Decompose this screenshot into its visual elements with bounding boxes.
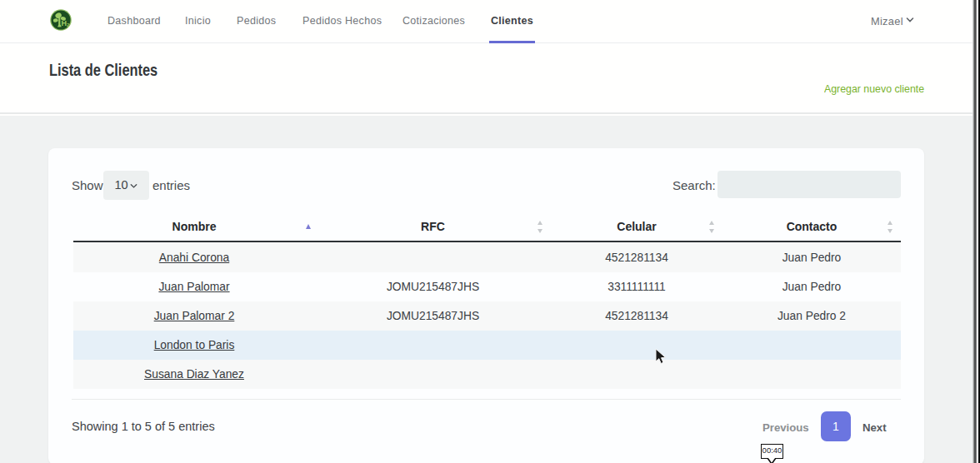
svg-text:2: 2 [67,22,69,27]
svg-text:H: H [61,19,67,27]
